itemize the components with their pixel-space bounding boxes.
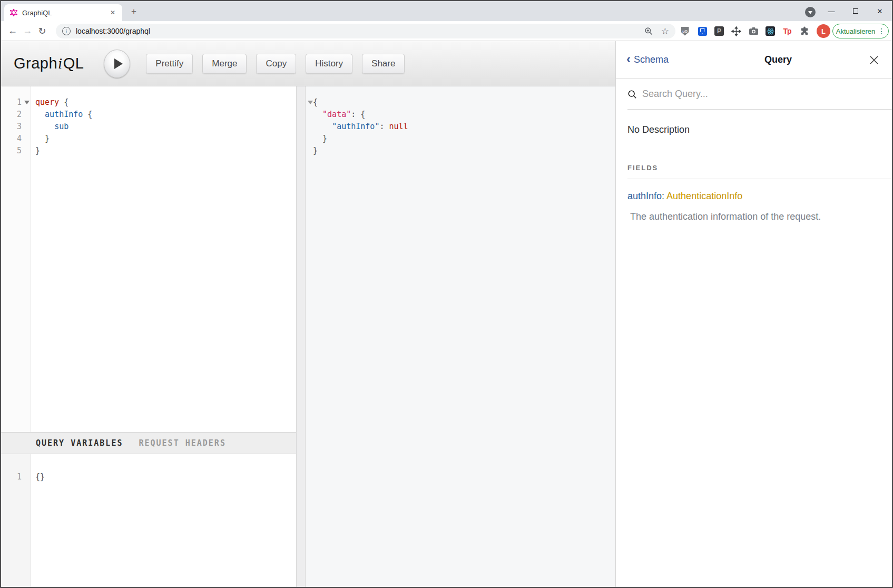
url-text[interactable]: localhost:3000/graphql (76, 27, 644, 35)
site-info-icon[interactable]: i (62, 27, 71, 35)
line-number: 3 (1, 121, 31, 133)
docs-header: ‹ Schema Query (616, 41, 892, 79)
maximize-button[interactable] (843, 1, 868, 21)
copy-button[interactable]: Copy (256, 54, 296, 74)
line-number: 2 (1, 109, 31, 121)
docs-back-label: Schema (634, 54, 669, 65)
docs-search-bar (627, 79, 892, 110)
extensions-puzzle-icon[interactable] (799, 26, 810, 36)
update-button-label: Aktualisieren (836, 27, 875, 35)
p-extension-icon[interactable]: P (714, 26, 724, 36)
graphiql-topbar: GraphiQL Prettify Merge Copy History Sha… (1, 41, 615, 86)
merge-button[interactable]: Merge (202, 54, 247, 74)
tampermonkey-extension-icon[interactable]: Tp (782, 26, 792, 36)
field-description: The authentication information of the re… (630, 211, 892, 222)
line-number: 1 (1, 471, 31, 483)
tab-query-variables[interactable]: QUERY VARIABLES (36, 437, 123, 449)
variables-code[interactable]: {} (35, 471, 45, 483)
history-button[interactable]: History (306, 54, 352, 74)
browser-window: GraphiQL ✕ + — ✕ ← → ↻ i localhost:3000/… (0, 0, 893, 588)
share-button[interactable]: Share (362, 54, 405, 74)
fold-arrow-icon[interactable] (308, 101, 313, 104)
update-browser-button[interactable]: Aktualisieren ⋮ (832, 24, 889, 38)
tab-title: GraphiQL (22, 9, 109, 17)
field-name-link[interactable]: authInfo (627, 191, 662, 201)
forward-icon[interactable]: → (20, 24, 35, 38)
query-editor-gutter: 1 2 3 4 5 (1, 86, 31, 432)
line-number: 5 (1, 145, 31, 157)
chrome-menu-icon[interactable]: ⋮ (878, 27, 885, 35)
variables-editor-gutter: 1 (1, 454, 31, 587)
docs-content: No Description FIELDS authInfo: Authenti… (616, 124, 892, 222)
close-icon (869, 55, 879, 65)
new-tab-button[interactable]: + (129, 6, 139, 17)
bitwarden-extension-icon[interactable] (697, 26, 708, 36)
react-devtools-extension-icon[interactable] (766, 26, 775, 36)
graphiql-logo: GraphiQL (14, 55, 84, 72)
fold-arrow-icon[interactable] (24, 101, 30, 104)
bookmark-star-icon[interactable]: ☆ (661, 26, 669, 37)
tab-request-headers[interactable]: REQUEST HEADERS (139, 437, 225, 449)
search-icon (627, 90, 637, 99)
field-item: authInfo: AuthenticationInfo (627, 191, 892, 202)
type-description: No Description (627, 124, 892, 135)
titlebar: GraphiQL ✕ + — ✕ (1, 1, 892, 21)
response-pane: { "data": { "authInfo": null } } (306, 86, 615, 587)
reload-icon[interactable]: ↻ (35, 24, 50, 38)
query-editor[interactable]: 1 2 3 4 5 query { authInfo { sub } } QUE… (1, 86, 296, 587)
line-number: 4 (1, 133, 31, 145)
prettify-button[interactable]: Prettify (146, 54, 193, 74)
back-icon[interactable]: ← (5, 24, 20, 38)
execute-query-button[interactable] (104, 50, 130, 78)
close-window-button[interactable]: ✕ (868, 1, 892, 21)
response-json: { "data": { "authInfo": null } } (313, 96, 408, 157)
fields-section-label: FIELDS (627, 164, 892, 172)
window-controls: — ✕ (819, 1, 892, 21)
graphql-favicon-icon (9, 8, 18, 17)
address-bar[interactable]: i localhost:3000/graphql ☆ (56, 24, 675, 38)
browser-update-badge-icon[interactable] (805, 7, 816, 17)
docs-close-button[interactable] (856, 55, 892, 65)
play-icon (114, 58, 123, 69)
docs-title: Query (700, 54, 856, 65)
query-code[interactable]: query { authInfo { sub } } (35, 96, 296, 157)
zoom-page-icon[interactable] (644, 27, 653, 36)
variables-tab-bar: QUERY VARIABLES REQUEST HEADERS (1, 432, 296, 454)
variables-editor[interactable]: 1 {} (1, 454, 296, 587)
fields-divider (627, 179, 892, 179)
extension-icons: uO P (680, 21, 830, 41)
browser-tab[interactable]: GraphiQL ✕ (4, 4, 122, 21)
browser-toolbar: ← → ↻ i localhost:3000/graphql ☆ uO P (1, 21, 892, 41)
move-tool-extension-icon[interactable] (731, 26, 741, 36)
chevron-left-icon: ‹ (626, 54, 631, 64)
ublock-extension-icon[interactable]: uO (680, 26, 690, 36)
pane-resize-handle[interactable] (296, 86, 306, 587)
profile-avatar[interactable]: L (817, 24, 830, 38)
minimize-button[interactable]: — (819, 1, 843, 21)
docs-back-link[interactable]: ‹ Schema (616, 54, 700, 65)
field-type-link[interactable]: AuthenticationInfo (666, 191, 742, 201)
screenshot-extension-icon[interactable] (748, 26, 759, 36)
tab-close-icon[interactable]: ✕ (109, 8, 117, 17)
docs-search-input[interactable] (642, 89, 892, 100)
docs-explorer-panel: ‹ Schema Query No Description FIELDS aut… (615, 41, 892, 587)
